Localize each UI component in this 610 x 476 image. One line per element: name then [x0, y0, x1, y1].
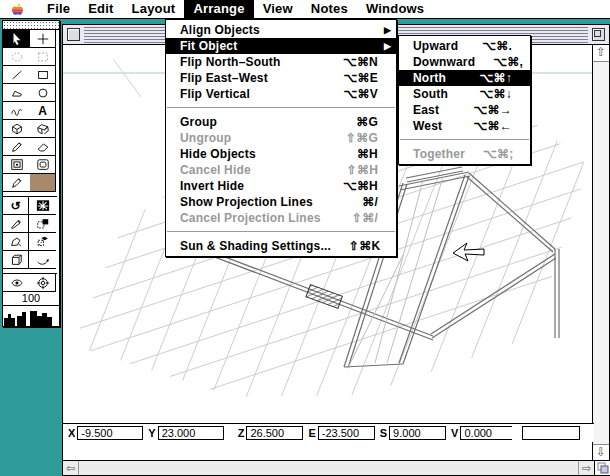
- field-label: Z: [238, 427, 245, 439]
- field-value[interactable]: 0.000: [460, 426, 517, 440]
- menu-item-shortcut: ⌥⌘N: [343, 54, 378, 70]
- field-value[interactable]: -23.500: [318, 426, 375, 440]
- menu-item[interactable]: Fit Object ▶: [166, 38, 396, 54]
- menu-item[interactable]: Sun & Shading Settings... ⇧⌘K: [166, 238, 396, 254]
- menu-item[interactable]: Upward ⌥⌘.: [399, 38, 530, 54]
- menu-item-label: South: [413, 86, 448, 102]
- field-value[interactable]: 26.500: [246, 426, 303, 440]
- menu-item[interactable]: West ⌥⌘←: [399, 118, 530, 134]
- marquee-tool[interactable]: [3, 48, 30, 66]
- menubar-item[interactable]: Arrange: [184, 0, 253, 18]
- menu-item[interactable]: East ⌥⌘→: [399, 102, 530, 118]
- zoom-out-tool[interactable]: [30, 156, 56, 174]
- rotate-tool[interactable]: ↺: [3, 197, 29, 215]
- line-tool[interactable]: [3, 66, 30, 84]
- coordinate-field: S 9.000: [380, 426, 446, 440]
- duplicate-tool[interactable]: [29, 215, 56, 233]
- menu-item-label: Show Projection Lines: [180, 194, 313, 210]
- scroll-left-arrow[interactable]: ⇦: [63, 461, 79, 475]
- menu-item[interactable]: Flip Vertical ⌥⌘V: [166, 86, 396, 102]
- extrude-icon: [35, 235, 51, 249]
- cube-tool[interactable]: [3, 120, 30, 138]
- menu-item-label: Fit Object: [180, 38, 237, 54]
- zoom-out-icon: [35, 158, 51, 172]
- grow-box[interactable]: [594, 461, 610, 475]
- open-box-tool[interactable]: [3, 251, 29, 269]
- menu-item[interactable]: Flip East–West ⌥⌘E: [166, 70, 396, 86]
- close-box[interactable]: [67, 28, 80, 41]
- eyedropper-tool[interactable]: [3, 174, 30, 192]
- extra-field-box[interactable]: [522, 426, 580, 440]
- orbit-icon: [35, 253, 51, 267]
- eye-tool[interactable]: [3, 274, 30, 292]
- crosshair-tool[interactable]: [30, 30, 56, 48]
- menu-item-shortcut: ⌥⌘↑: [480, 70, 512, 86]
- field-value[interactable]: -9.500: [77, 426, 143, 440]
- menu-item-shortcut: ⌥⌘↓: [480, 86, 512, 102]
- menu-item[interactable]: Show Projection Lines ⌘/: [166, 194, 396, 210]
- menu-item[interactable]: Group ⌘G: [166, 114, 396, 130]
- menubar-item[interactable]: Notes: [302, 0, 357, 18]
- horizontal-scrollbar[interactable]: ⇦ ⇨: [63, 460, 610, 475]
- menu-item[interactable]: Ungroup ⇧⌘G: [166, 130, 396, 146]
- scroll-down-arrow[interactable]: ⇩: [593, 444, 609, 461]
- menu-item[interactable]: North ⌥⌘↑: [399, 70, 530, 86]
- field-value[interactable]: 9.000: [389, 426, 446, 440]
- freehand-tool[interactable]: [3, 102, 30, 120]
- menu-item[interactable]: Invert Hide ⌥⌘H: [166, 178, 396, 194]
- vertical-scrollbar[interactable]: ⇧ ⇩: [592, 45, 609, 461]
- text-tool[interactable]: A: [30, 102, 56, 120]
- pointer-cursor: [453, 243, 484, 261]
- menubar-item[interactable]: Layout: [123, 0, 185, 18]
- arrow-tool[interactable]: [3, 30, 30, 48]
- solid-object-tool[interactable]: [30, 120, 56, 138]
- menu-item[interactable]: Together ⌥⌘;: [399, 146, 530, 162]
- menu-item-shortcut: ⇧⌘G: [346, 130, 378, 146]
- skyline-tool[interactable]: [3, 306, 59, 326]
- tool-palette: A↺ 100: [2, 20, 60, 327]
- field-value[interactable]: 23.000: [158, 426, 224, 440]
- circle-tool[interactable]: [30, 84, 56, 102]
- eraser-icon: [35, 140, 51, 154]
- rectangle-tool[interactable]: [30, 66, 56, 84]
- scroll-right-arrow[interactable]: ⇨: [578, 461, 594, 475]
- apple-menu-icon[interactable]: [10, 2, 24, 17]
- menubar-item[interactable]: View: [254, 0, 302, 18]
- orbit-tool[interactable]: [29, 251, 56, 269]
- menu-item[interactable]: Downward ⌥⌘,: [399, 54, 530, 70]
- color-swatch[interactable]: [30, 174, 56, 192]
- pencil-tool[interactable]: [3, 138, 30, 156]
- menu-item[interactable]: Flip North–South ⌥⌘N: [166, 54, 396, 70]
- axes-tool[interactable]: [29, 197, 56, 215]
- eraser-tool[interactable]: [30, 138, 56, 156]
- scroll-up-arrow[interactable]: ⇧: [593, 45, 609, 62]
- coordinate-bar-extra: [512, 423, 592, 442]
- target-icon: [35, 276, 51, 290]
- menu-item-label: Flip East–West: [180, 70, 268, 86]
- palette-drag-bar[interactable]: [3, 21, 59, 30]
- menubar-item[interactable]: Edit: [79, 0, 122, 18]
- menubar-item[interactable]: File: [38, 0, 79, 18]
- menubar-item[interactable]: Windows: [357, 0, 433, 18]
- submenu-arrow-icon: ▶: [384, 38, 391, 54]
- menu-item[interactable]: South ⌥⌘↓: [399, 86, 530, 102]
- menu-item[interactable]: Align Objects ▶: [166, 22, 396, 38]
- zoom-level-display[interactable]: 100: [3, 292, 59, 306]
- polygon-icon: [9, 86, 25, 100]
- knife-tool[interactable]: [3, 215, 29, 233]
- selection-rect-tool[interactable]: [30, 48, 56, 66]
- zoom-box[interactable]: [592, 28, 605, 41]
- polygon-tool[interactable]: [3, 84, 30, 102]
- line-icon: [9, 68, 25, 82]
- lasso-tool[interactable]: [3, 233, 29, 251]
- menu-item-shortcut: ⌥⌘E: [344, 70, 378, 86]
- field-label: X: [68, 427, 75, 439]
- menu-item-label: Cancel Hide: [180, 162, 251, 178]
- target-tool[interactable]: [30, 274, 56, 292]
- menu-item-shortcut: ⌥⌘,: [493, 54, 523, 70]
- menu-item[interactable]: Cancel Hide ⇧⌘H: [166, 162, 396, 178]
- extrude-tool[interactable]: [29, 233, 56, 251]
- menu-item[interactable]: Cancel Projection Lines ⇧⌘/: [166, 210, 396, 226]
- menu-item[interactable]: Hide Objects ⌘H: [166, 146, 396, 162]
- zoom-in-tool[interactable]: [3, 156, 30, 174]
